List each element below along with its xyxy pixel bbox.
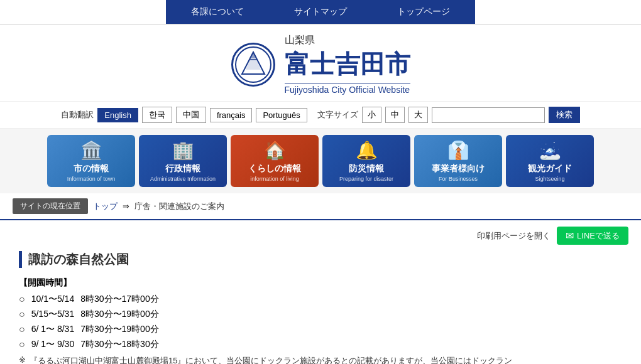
- breadcrumb-current-label: サイトの現在位置: [13, 198, 88, 214]
- logo-pref: 山梨県: [285, 34, 410, 47]
- lang-english[interactable]: English: [97, 108, 138, 122]
- translation-bar: 自動翻訳 English 한국 中国 français Português 文字…: [0, 101, 641, 129]
- lang-chinese[interactable]: 中国: [176, 107, 206, 123]
- logo-city: 富士吉田市: [285, 47, 410, 82]
- line-icon: ✉: [566, 230, 574, 242]
- nav-town-label-en: Information of town: [67, 176, 116, 182]
- nav-business-info[interactable]: 👔 事業者様向け For Businesses: [414, 135, 502, 187]
- sitemap-button[interactable]: サイトマップ: [269, 0, 372, 24]
- search-button[interactable]: 検索: [549, 107, 580, 123]
- disaster-icon: 🔔: [356, 140, 378, 161]
- info-heading: 【開園時間】: [19, 277, 622, 289]
- breadcrumb: サイトの現在位置 トップ ⇒ 庁舎・関連施設のご案内: [0, 193, 641, 220]
- period-1: 5/15〜5/31: [31, 309, 75, 320]
- logo-english: Fujiyoshida City Official Website: [285, 83, 410, 95]
- note-row: ※ 『るるぶ河口湖山中湖富士山麓御殿場15』において、当公園にドックラン施設があ…: [19, 355, 622, 364]
- logo-circle: [231, 43, 275, 87]
- section-title: 諏訪の森自然公園: [19, 251, 622, 268]
- hours-row-2: ○ 6/ 1〜 8/31 7時30分〜19時00分: [19, 324, 622, 335]
- bullet-3: ○: [19, 339, 25, 350]
- nav-admin-label-ja: 行政情報: [165, 163, 200, 174]
- nav-business-label-en: For Businesses: [439, 176, 478, 182]
- bullet-0: ○: [19, 294, 25, 305]
- actions-bar: 印刷用ページを開く ✉ LINEで送る: [0, 220, 641, 248]
- font-medium-btn[interactable]: 中: [385, 107, 405, 123]
- town-icon: 🏛️: [80, 140, 102, 161]
- living-icon: 🏠: [264, 140, 286, 161]
- lang-french[interactable]: français: [210, 108, 253, 122]
- font-large-btn[interactable]: 大: [408, 107, 428, 123]
- line-label: LINEで送る: [577, 230, 620, 242]
- hours-row-1: ○ 5/15〜5/31 8時30分〜19時00分: [19, 309, 622, 320]
- business-icon: 👔: [447, 140, 469, 161]
- nav-living-info[interactable]: 🏠 くらしの情報 information of living: [231, 135, 319, 187]
- kakka-button[interactable]: 各課について: [166, 0, 269, 24]
- note-text: 『るるぶ河口湖山中湖富士山麓御殿場15』において、当公園にドックラン施設があると…: [30, 355, 512, 364]
- nav-tourism-label-en: Sightseeing: [535, 176, 564, 182]
- nav-icons-bar: 🏛️ 市の情報 Information of town 🏢 行政情報 Admin…: [0, 129, 641, 193]
- tourism-icon: 🗻: [539, 140, 561, 161]
- time-1: 8時30分〜19時00分: [80, 309, 159, 320]
- nav-disaster-info[interactable]: 🔔 防災情報 Preparing for disaster: [322, 135, 410, 187]
- lang-portuguese[interactable]: Português: [256, 108, 307, 122]
- bullet-1: ○: [19, 309, 25, 320]
- note-mark: ※: [19, 355, 26, 364]
- breadcrumb-page: 庁舎・関連施設のご案内: [134, 201, 224, 212]
- top-page-button[interactable]: トップページ: [372, 0, 475, 24]
- logo-text: 山梨県 富士吉田市 Fujiyoshida City Official Webs…: [285, 34, 410, 95]
- bullet-2: ○: [19, 324, 25, 335]
- period-3: 9/ 1〜 9/30: [31, 339, 75, 350]
- breadcrumb-arrow: ⇒: [123, 201, 129, 211]
- font-small-btn[interactable]: 小: [362, 107, 381, 123]
- time-2: 7時30分〜19時00分: [80, 324, 159, 335]
- print-link[interactable]: 印刷用ページを開く: [477, 230, 551, 242]
- nav-disaster-label-en: Preparing for disaster: [339, 176, 393, 182]
- nav-tourism-info[interactable]: 🗻 観光ガイド Sightseeing: [506, 135, 594, 187]
- breadcrumb-home[interactable]: トップ: [93, 201, 118, 212]
- main-content: 諏訪の森自然公園 【開園時間】 ○ 10/1〜5/14 8時30分〜17時00分…: [0, 248, 641, 364]
- top-nav: 各課について サイトマップ トップページ: [0, 0, 641, 24]
- hours-row-0: ○ 10/1〜5/14 8時30分〜17時00分: [19, 294, 622, 305]
- info-section: 【開園時間】 ○ 10/1〜5/14 8時30分〜17時00分 ○ 5/15〜5…: [19, 277, 622, 364]
- hours-row-3: ○ 9/ 1〜 9/30 7時30分〜18時30分: [19, 339, 622, 350]
- lang-korean[interactable]: 한국: [142, 107, 172, 123]
- nav-town-info[interactable]: 🏛️ 市の情報 Information of town: [47, 135, 135, 187]
- nav-tourism-label-ja: 観光ガイド: [528, 163, 572, 174]
- period-0: 10/1〜5/14: [31, 294, 75, 305]
- time-3: 7時30分〜18時30分: [80, 339, 159, 350]
- search-input[interactable]: [432, 107, 545, 123]
- nav-admin-label-en: Administrative Information: [150, 176, 216, 182]
- nav-business-label-ja: 事業者様向け: [432, 163, 485, 174]
- nav-living-label-en: information of living: [250, 176, 299, 182]
- period-2: 6/ 1〜 8/31: [31, 324, 75, 335]
- font-size-label: 文字サイズ: [317, 109, 358, 120]
- nav-living-label-ja: くらしの情報: [248, 163, 301, 174]
- time-0: 8時30分〜17時00分: [80, 294, 159, 305]
- translation-label: 自動翻訳: [61, 109, 94, 120]
- nav-town-label-ja: 市の情報: [74, 163, 109, 174]
- nav-disaster-label-ja: 防災情報: [349, 163, 384, 174]
- line-send-button[interactable]: ✉ LINEで送る: [557, 227, 628, 245]
- logo-area: 山梨県 富士吉田市 Fujiyoshida City Official Webs…: [0, 24, 641, 101]
- admin-icon: 🏢: [172, 140, 194, 161]
- nav-admin-info[interactable]: 🏢 行政情報 Administrative Information: [139, 135, 227, 187]
